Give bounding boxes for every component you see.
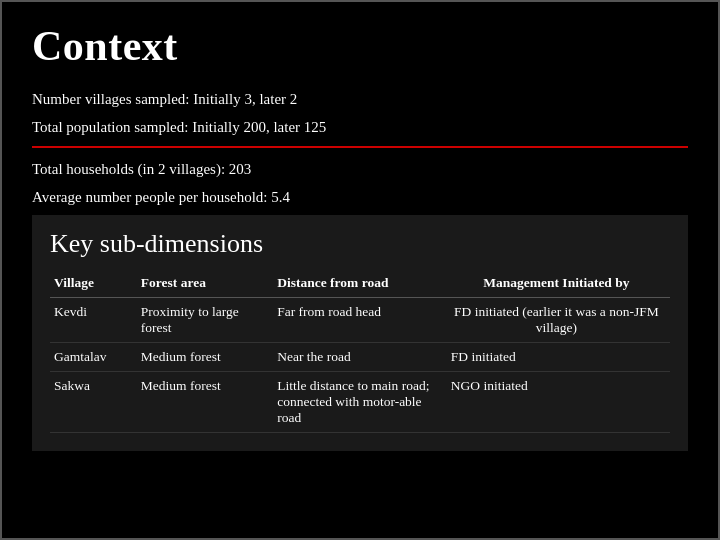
cell-forest-1: Medium forest [137, 343, 273, 372]
cell-forest-0: Proximity to large forest [137, 298, 273, 343]
slide-container: Context Number villages sampled: Initial… [0, 0, 720, 540]
slide-title: Context [32, 22, 688, 70]
table-row: Kevdi Proximity to large forest Far from… [50, 298, 670, 343]
data-table: Village Forest area Distance from road M… [50, 271, 670, 433]
intro-line-2: Total population sampled: Initially 200,… [32, 116, 688, 139]
cell-mgmt-0: FD initiated (earlier it was a non-JFM v… [447, 298, 670, 343]
subsection-title: Key sub-dimensions [50, 229, 670, 259]
cell-village-0: Kevdi [50, 298, 137, 343]
col-header-village: Village [50, 271, 137, 298]
cell-distance-0: Far from road head [273, 298, 447, 343]
key-subdimensions-section: Key sub-dimensions Village Forest area D… [32, 215, 688, 451]
col-header-mgmt: Management Initiated by [447, 271, 670, 298]
cell-village-2: Sakwa [50, 372, 137, 433]
cell-mgmt-1: FD initiated [447, 343, 670, 372]
intro-block: Number villages sampled: Initially 3, la… [32, 88, 688, 209]
col-header-forest: Forest area [137, 271, 273, 298]
table-row: Gamtalav Medium forest Near the road FD … [50, 343, 670, 372]
col-header-distance: Distance from road [273, 271, 447, 298]
intro-line-1: Number villages sampled: Initially 3, la… [32, 88, 688, 111]
cell-distance-2: Little distance to main road; connected … [273, 372, 447, 433]
cell-village-1: Gamtalav [50, 343, 137, 372]
cell-distance-1: Near the road [273, 343, 447, 372]
red-divider [32, 146, 688, 148]
table-row: Sakwa Medium forest Little distance to m… [50, 372, 670, 433]
intro-line-3: Total households (in 2 villages): 203 [32, 158, 688, 181]
cell-forest-2: Medium forest [137, 372, 273, 433]
intro-line-4: Average number people per household: 5.4 [32, 186, 688, 209]
cell-mgmt-2: NGO initiated [447, 372, 670, 433]
